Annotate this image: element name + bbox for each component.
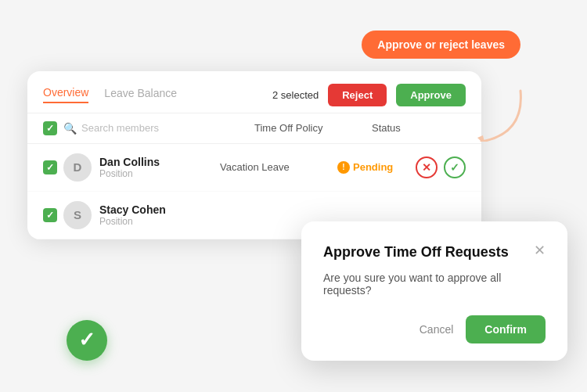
reject-button[interactable]: Reject xyxy=(328,84,387,106)
status-value: ! Pending xyxy=(337,161,416,174)
member-position: Position xyxy=(99,216,270,227)
pending-text: Pending xyxy=(353,161,393,173)
modal-close-button[interactable]: ✕ xyxy=(534,243,546,257)
search-icon: 🔍 xyxy=(63,122,77,135)
tab-leave-balance[interactable]: Leave Balance xyxy=(104,87,177,102)
selected-count: 2 selected xyxy=(272,89,319,101)
row-checkbox-2[interactable] xyxy=(43,208,57,222)
member-info: Dan Collins Position xyxy=(99,156,220,179)
approve-button[interactable]: Approve xyxy=(396,84,466,106)
card-header: Overview Leave Balance 2 selected Reject… xyxy=(27,71,481,113)
select-all-checkbox[interactable] xyxy=(43,121,57,135)
table-row: D Dan Collins Position Vacation Leave ! … xyxy=(27,144,481,192)
main-panel: Overview Leave Balance 2 selected Reject… xyxy=(27,71,481,239)
header-actions: 2 selected Reject Approve xyxy=(272,84,466,106)
modal-header: Approve Time Off Requests ✕ xyxy=(323,243,546,261)
success-check-icon: ✓ xyxy=(67,320,107,361)
row-actions: ✕ ✓ xyxy=(416,156,466,178)
member-position: Position xyxy=(99,168,220,179)
modal-footer: Cancel Confirm xyxy=(323,315,546,343)
row-reject-button[interactable]: ✕ xyxy=(416,156,438,178)
confirm-modal: Approve Time Off Requests ✕ Are you sure… xyxy=(301,221,567,360)
approve-reject-tooltip: Approve or reject leaves xyxy=(362,31,520,59)
search-area: 🔍 Search members xyxy=(63,122,254,135)
column-header-policy: Time Off Policy xyxy=(254,122,372,134)
tab-overview[interactable]: Overview xyxy=(43,86,88,103)
modal-title: Approve Time Off Requests xyxy=(323,243,509,261)
column-header-status: Status xyxy=(372,122,466,134)
row-checkbox-1[interactable] xyxy=(43,160,57,174)
member-name: Stacy Cohen xyxy=(99,203,270,216)
policy-value: Vacation Leave xyxy=(220,161,337,173)
member-info: Stacy Cohen Position xyxy=(99,203,270,227)
search-placeholder: Search members xyxy=(81,122,159,134)
confirm-button[interactable]: Confirm xyxy=(466,315,546,343)
avatar: D xyxy=(63,153,92,182)
modal-body: Are you sure you want to approve all req… xyxy=(323,272,546,297)
member-name: Dan Collins xyxy=(99,156,220,168)
cancel-button[interactable]: Cancel xyxy=(420,323,454,336)
avatar: S xyxy=(63,201,92,229)
table-header: 🔍 Search members Time Off Policy Status xyxy=(27,113,481,144)
pending-icon: ! xyxy=(337,161,350,174)
tabs: Overview Leave Balance xyxy=(43,86,177,103)
row-approve-button[interactable]: ✓ xyxy=(444,156,466,178)
